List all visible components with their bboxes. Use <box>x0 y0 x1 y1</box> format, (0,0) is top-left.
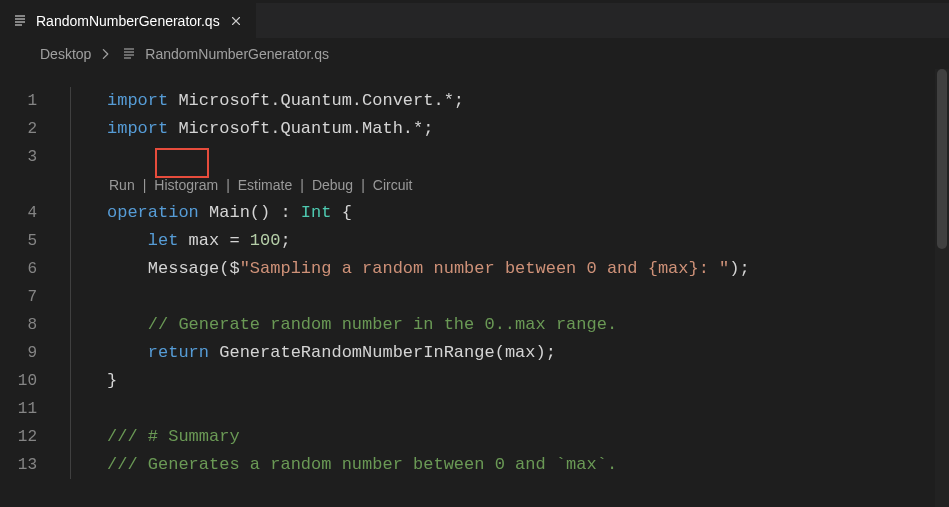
code-line[interactable]: operation Main() : Int { <box>55 199 949 227</box>
line-number: 12 <box>0 423 55 451</box>
breadcrumb-segment-desktop[interactable]: Desktop <box>40 46 91 62</box>
doc-comment: /// # Summary <box>107 427 240 446</box>
number: 100 <box>250 231 281 250</box>
codelens-debug[interactable]: Debug <box>310 171 355 199</box>
code-line[interactable] <box>55 283 949 311</box>
function-name: Main <box>199 203 250 222</box>
code-line[interactable] <box>55 143 949 171</box>
line-number: 6 <box>0 255 55 283</box>
line-number: 4 <box>0 199 55 227</box>
code-line[interactable]: // Generate random number in the 0..max … <box>55 311 949 339</box>
variable: max <box>178 231 219 250</box>
tab-filename: RandomNumberGenerator.qs <box>36 13 220 29</box>
codelens-histogram[interactable]: Histogram <box>152 171 220 199</box>
codelens-sep: | <box>355 171 371 199</box>
punct: (max); <box>495 343 556 362</box>
tab-spacer <box>257 3 949 38</box>
function-call: Message <box>148 259 219 278</box>
code-area[interactable]: import Microsoft.Quantum.Convert.*; impo… <box>55 69 949 507</box>
line-number: 3 <box>0 143 55 171</box>
tab-bar: RandomNumberGenerator.qs <box>0 3 949 39</box>
type: Int <box>301 203 332 222</box>
line-number: 11 <box>0 395 55 423</box>
string: "Sampling a random number between 0 and … <box>240 259 730 278</box>
editor-body: 1 2 3 4 5 6 7 8 9 10 11 12 13 import Mic… <box>0 69 949 507</box>
codelens-estimate[interactable]: Estimate <box>236 171 294 199</box>
codelens-circuit[interactable]: Circuit <box>371 171 415 199</box>
line-number: 7 <box>0 283 55 311</box>
code-line[interactable] <box>55 395 949 423</box>
punct: ); <box>729 259 749 278</box>
code-line[interactable]: Message($"Sampling a random number betwe… <box>55 255 949 283</box>
space <box>209 343 219 362</box>
indent <box>107 343 148 362</box>
close-icon[interactable] <box>228 13 244 29</box>
vertical-scrollbar[interactable] <box>935 69 949 507</box>
file-lines-icon <box>121 46 137 62</box>
code-line[interactable]: import Microsoft.Quantum.Convert.*; <box>55 87 949 115</box>
codelens-run[interactable]: Run <box>107 171 137 199</box>
chevron-right-icon <box>99 47 113 61</box>
code-line[interactable]: let max = 100; <box>55 227 949 255</box>
keyword: import <box>107 91 168 110</box>
punct: } <box>107 371 117 390</box>
punct: ; <box>280 231 290 250</box>
indent <box>107 231 148 250</box>
punct: { <box>331 203 351 222</box>
codelens-sep: | <box>294 171 310 199</box>
function-call: GenerateRandomNumberInRange <box>219 343 494 362</box>
tab-active[interactable]: RandomNumberGenerator.qs <box>0 3 257 38</box>
code-line[interactable]: } <box>55 367 949 395</box>
doc-comment: /// Generates a random number between 0 … <box>107 455 617 474</box>
line-number-gutter: 1 2 3 4 5 6 7 8 9 10 11 12 13 <box>0 69 55 507</box>
codelens-sep: | <box>220 171 236 199</box>
line-number: 10 <box>0 367 55 395</box>
codelens-row: Run | Histogram | Estimate | Debug | Cir… <box>55 171 949 199</box>
line-number: 13 <box>0 451 55 479</box>
indent <box>107 315 148 334</box>
editor-root: RandomNumberGenerator.qs Desktop RandomN… <box>0 0 949 507</box>
code-line[interactable]: /// Generates a random number between 0 … <box>55 451 949 479</box>
keyword: import <box>107 119 168 138</box>
keyword: return <box>148 343 209 362</box>
punct: = <box>219 231 250 250</box>
keyword: let <box>148 231 179 250</box>
codelens-sep: | <box>137 171 153 199</box>
namespace: Microsoft.Quantum.Convert.*; <box>168 91 464 110</box>
indent <box>107 259 148 278</box>
comment: // Generate random number in the 0..max … <box>148 315 617 334</box>
punct: : <box>270 203 301 222</box>
scrollbar-thumb[interactable] <box>937 69 947 249</box>
namespace: Microsoft.Quantum.Math.*; <box>168 119 433 138</box>
line-number: 1 <box>0 87 55 115</box>
punct: () <box>250 203 270 222</box>
line-number: 8 <box>0 311 55 339</box>
punct: ($ <box>219 259 239 278</box>
file-lines-icon <box>12 13 28 29</box>
line-number: 2 <box>0 115 55 143</box>
code-line[interactable]: /// # Summary <box>55 423 949 451</box>
gutter-spacer <box>0 171 55 199</box>
code-line[interactable]: return GenerateRandomNumberInRange(max); <box>55 339 949 367</box>
line-number: 5 <box>0 227 55 255</box>
breadcrumb: Desktop RandomNumberGenerator.qs <box>0 39 949 69</box>
keyword: operation <box>107 203 199 222</box>
code-line[interactable]: import Microsoft.Quantum.Math.*; <box>55 115 949 143</box>
line-number: 9 <box>0 339 55 367</box>
breadcrumb-segment-file[interactable]: RandomNumberGenerator.qs <box>145 46 329 62</box>
